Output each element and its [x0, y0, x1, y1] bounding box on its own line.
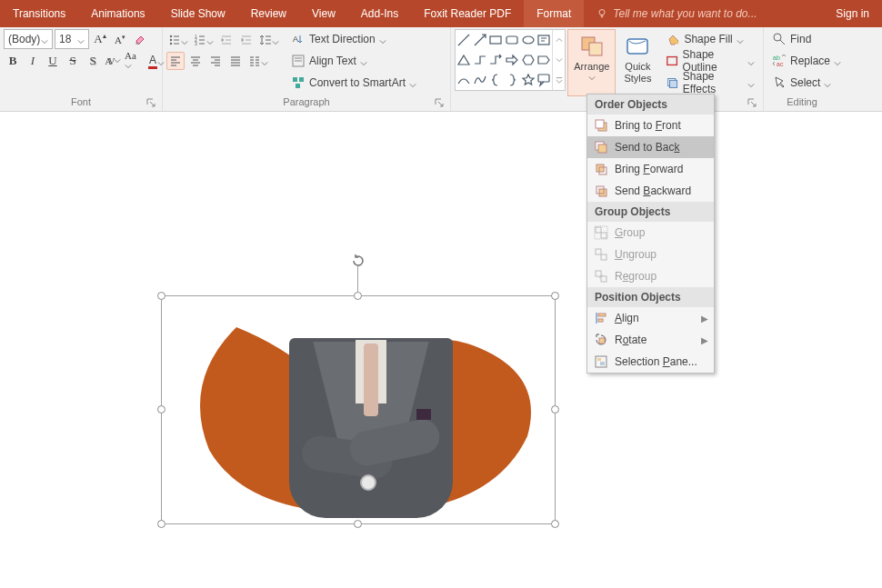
shape-fill-icon — [666, 32, 680, 46]
group-icon — [594, 225, 608, 240]
arrange-label: Arrange — [574, 61, 609, 72]
svg-point-1 — [170, 35, 172, 37]
gallery-scroll-down-icon[interactable] — [553, 50, 565, 70]
svg-rect-39 — [601, 254, 606, 260]
shape-pentagon-icon — [536, 53, 551, 67]
text-direction-button[interactable]: AText Direction — [286, 29, 421, 49]
regroup-icon — [594, 269, 608, 284]
columns-button[interactable] — [246, 52, 270, 70]
menu-bring-forward[interactable]: Bring Forward — [587, 158, 714, 180]
gallery-scroll-up-icon[interactable] — [553, 30, 565, 50]
align-left-button[interactable] — [166, 52, 185, 70]
text-shadow-button[interactable]: S — [84, 52, 102, 70]
numbering-button[interactable]: 123 — [192, 31, 215, 49]
svg-rect-30 — [598, 145, 606, 153]
select-button[interactable]: Select — [767, 73, 846, 93]
align-right-button[interactable] — [206, 52, 225, 70]
font-dialog-launcher[interactable] — [145, 97, 156, 108]
paragraph-dialog-launcher[interactable] — [434, 97, 445, 108]
bold-button[interactable]: B — [4, 52, 22, 70]
tab-format[interactable]: Format — [524, 0, 584, 27]
replace-icon: abac — [772, 54, 787, 68]
align-text-button[interactable]: Align Text — [286, 51, 421, 71]
tab-slide-show[interactable]: Slide Show — [158, 0, 238, 27]
bullets-button[interactable] — [166, 31, 190, 49]
tell-me-search[interactable]: Tell me what you want to do... — [584, 0, 823, 27]
change-case-button[interactable]: Aa — [124, 52, 142, 70]
resize-handle-ml[interactable] — [157, 405, 165, 414]
font-size-value: 18 — [59, 33, 71, 45]
menu-send-backward[interactable]: Send Backward — [587, 180, 714, 202]
replace-button[interactable]: abacReplace — [767, 51, 846, 71]
quick-styles-button[interactable]: Quick Styles — [617, 29, 657, 96]
convert-smartart-button[interactable]: Convert to SmartArt — [286, 73, 421, 93]
shape-effects-label: Shape Effects — [683, 70, 744, 95]
find-button[interactable]: Find — [767, 29, 846, 49]
selection-bounding-box[interactable] — [161, 295, 556, 524]
shape-roundrect-icon — [505, 33, 519, 47]
align-right-icon — [209, 55, 222, 67]
menu-align[interactable]: Align▶ — [587, 307, 714, 329]
strikethrough-button[interactable]: S — [64, 52, 82, 70]
rotate-icon — [594, 333, 608, 347]
shrink-font-button[interactable]: A▾ — [111, 30, 129, 48]
resize-handle-tr[interactable] — [551, 292, 559, 300]
shape-rect-icon — [488, 33, 503, 47]
arrange-button[interactable]: Arrange — [567, 29, 616, 96]
resize-handle-tl[interactable] — [157, 292, 165, 300]
italic-button[interactable]: I — [24, 52, 42, 70]
menu-send-to-back[interactable]: Send to Back — [587, 136, 714, 158]
line-spacing-button[interactable] — [257, 31, 281, 49]
font-size-combo[interactable]: 18 — [55, 29, 89, 49]
drawing-dialog-launcher[interactable] — [747, 97, 757, 108]
underline-button[interactable]: U — [44, 52, 62, 70]
shape-star-icon — [521, 73, 536, 87]
menu-selection-pane[interactable]: Selection Pane... — [587, 351, 714, 373]
menu-bring-to-front[interactable]: Bring to Front — [587, 115, 714, 136]
bring-forward-icon — [594, 162, 608, 176]
tab-animations[interactable]: Animations — [78, 0, 157, 27]
svg-rect-23 — [670, 80, 677, 87]
shape-outline-button[interactable]: Shape Outline — [661, 51, 759, 71]
menu-header-order: Order Objects — [587, 95, 714, 115]
menu-rotate[interactable]: Rotate▶ — [587, 329, 714, 351]
ungroup-icon — [594, 247, 608, 262]
char-spacing-button[interactable]: AV — [104, 52, 122, 70]
resize-handle-mr[interactable] — [551, 405, 559, 414]
justify-button[interactable] — [226, 52, 245, 70]
resize-handle-bl[interactable] — [157, 520, 165, 528]
rotation-handle[interactable] — [350, 253, 366, 269]
tab-transitions[interactable]: Transitions — [0, 0, 78, 27]
sign-in-link[interactable]: Sign in — [823, 0, 882, 27]
resize-handle-bc[interactable] — [354, 520, 362, 528]
find-label: Find — [790, 33, 811, 45]
shape-fill-button[interactable]: Shape Fill — [661, 29, 759, 49]
resize-handle-tc[interactable] — [354, 292, 362, 300]
shapes-gallery-scroll[interactable] — [552, 30, 565, 90]
clear-formatting-button[interactable] — [131, 30, 149, 48]
decrease-indent-button[interactable] — [217, 31, 236, 49]
svg-rect-28 — [596, 120, 604, 128]
menu-header-group: Group Objects — [587, 202, 714, 222]
font-name-combo[interactable]: (Body) — [4, 29, 53, 49]
resize-handle-br[interactable] — [551, 520, 559, 528]
increase-indent-button[interactable] — [237, 31, 256, 49]
tab-review[interactable]: Review — [238, 0, 299, 27]
svg-rect-36 — [601, 233, 606, 238]
shape-effects-button[interactable]: Shape Effects — [661, 73, 759, 93]
align-center-button[interactable] — [186, 52, 205, 70]
menu-group: Group — [587, 222, 714, 244]
justify-icon — [229, 55, 242, 67]
arrange-icon — [578, 34, 606, 59]
tab-view[interactable]: View — [299, 0, 348, 27]
gallery-expand-icon[interactable] — [553, 70, 565, 90]
slide-canvas[interactable] — [0, 118, 882, 588]
text-direction-label: Text Direction — [309, 33, 376, 45]
tab-foxit-reader-pdf[interactable]: Foxit Reader PDF — [411, 0, 524, 27]
bold-icon: B — [9, 54, 17, 68]
tab-add-ins[interactable]: Add-Ins — [348, 0, 411, 27]
shapes-gallery[interactable] — [455, 29, 566, 91]
send-back-icon — [594, 140, 608, 154]
grow-font-button[interactable]: A▴ — [91, 30, 109, 48]
svg-rect-42 — [598, 314, 606, 316]
